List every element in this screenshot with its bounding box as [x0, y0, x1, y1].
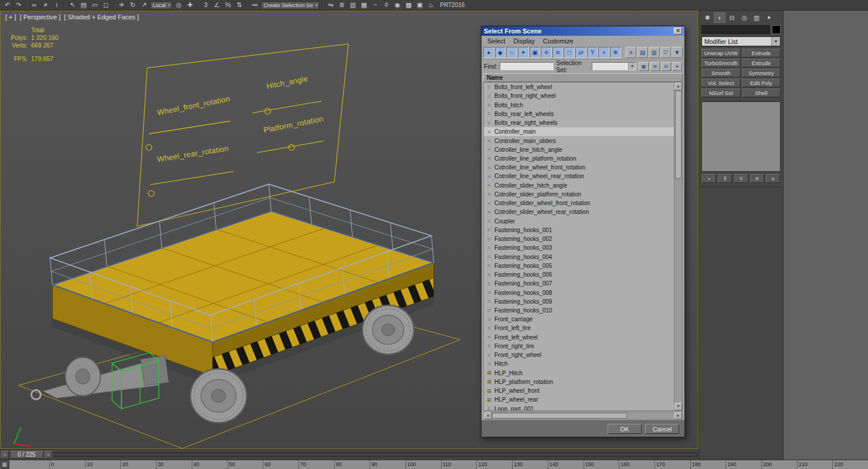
- time-slider-track[interactable]: [55, 452, 697, 457]
- display-containers-icon[interactable]: ⌖: [598, 47, 609, 58]
- list-item[interactable]: ○Hitch: [484, 359, 674, 368]
- remove-modifier-icon[interactable]: ✕: [750, 174, 764, 183]
- slider-knob[interactable]: [148, 191, 154, 196]
- select-object-icon[interactable]: ↖: [67, 1, 77, 9]
- list-item[interactable]: ○Front_right_wheel: [484, 351, 674, 359]
- modifier-button[interactable]: Symmetry: [742, 69, 781, 77]
- display-xrefs-icon[interactable]: ⇄: [575, 47, 586, 58]
- modifier-button[interactable]: Unwrap UVW: [701, 49, 741, 57]
- percent-snap-icon[interactable]: %: [223, 1, 233, 9]
- scroll-right-icon[interactable]: ►: [674, 412, 682, 419]
- menu-customize[interactable]: Customize: [539, 37, 578, 45]
- list-item[interactable]: ○Fastening_hooks_004: [484, 252, 674, 261]
- filter-icon[interactable]: ▽: [660, 47, 672, 58]
- menu-display[interactable]: Display: [510, 37, 539, 45]
- list-item[interactable]: ○Fastening_hooks_001: [484, 226, 674, 235]
- list-item[interactable]: ○Front_carriage: [484, 315, 674, 324]
- list-item[interactable]: ○Fastening_hooks_005: [484, 261, 674, 270]
- modifier-list-dropdown[interactable]: Modifier List ▼: [701, 36, 781, 46]
- display-tab[interactable]: ▥: [751, 12, 762, 23]
- modifier-button[interactable]: Vol. Select: [701, 79, 741, 87]
- display-bones-icon[interactable]: Y: [587, 47, 598, 58]
- horizontal-scrollbar[interactable]: ◄ ►: [483, 412, 683, 420]
- select-and-move-icon[interactable]: ✛: [117, 1, 127, 9]
- list-item[interactable]: ⊞HLP_Hitch: [484, 369, 674, 378]
- ribbon-icon[interactable]: ▦: [359, 1, 369, 9]
- object-name-field[interactable]: [701, 25, 770, 34]
- unlink-icon[interactable]: ≠: [40, 1, 50, 9]
- scroll-up-icon[interactable]: ▲: [674, 83, 682, 90]
- list-item[interactable]: ○Fastening_hooks_008: [484, 288, 674, 297]
- snap-toggle-icon[interactable]: 3: [201, 1, 211, 9]
- modifier-button[interactable]: Smooth: [701, 69, 741, 77]
- make-unique-icon[interactable]: Y: [734, 174, 748, 183]
- list-item[interactable]: ○Front_right_tire: [484, 342, 674, 351]
- crossing-selection-icon[interactable]: ◻: [101, 1, 111, 9]
- modifier-button[interactable]: Shell: [742, 89, 781, 97]
- list-item[interactable]: ≈Controller_main_sliders: [484, 136, 674, 145]
- list-item[interactable]: ≈Cotroller_line_platform_rotation: [484, 154, 674, 163]
- create-tab[interactable]: ✱: [701, 12, 713, 23]
- list-item[interactable]: ○Fastening_hooks_010: [484, 306, 674, 315]
- viewport-menu-shading[interactable]: [ Shaded + Edged Faces ]: [64, 13, 139, 21]
- edit-sets-icon[interactable]: ▦: [639, 62, 649, 71]
- name-column-header[interactable]: Name: [483, 73, 683, 82]
- named-selection-set-dropdown[interactable]: Create Selection Se▾: [261, 1, 320, 9]
- slider-knob[interactable]: [289, 144, 294, 150]
- list-item[interactable]: ≈Cotroller_line_wheel_rear_rotation: [484, 172, 674, 181]
- list-item[interactable]: ○Fastening_hooks_007: [484, 279, 674, 288]
- scroll-down-icon[interactable]: ▼: [674, 403, 682, 410]
- list-item[interactable]: ○Bolts_rear_right_wheels: [484, 118, 674, 127]
- cancel-button[interactable]: Cancel: [645, 424, 679, 434]
- list-item[interactable]: ○Coupler: [484, 217, 674, 226]
- list-item[interactable]: ○Fastening_hooks_003: [484, 243, 674, 252]
- list-item[interactable]: ○Fastening_hooks_006: [484, 270, 674, 279]
- modifier-button[interactable]: Edit Poly: [742, 79, 781, 87]
- selection-set-dropdown[interactable]: ▼: [592, 62, 636, 70]
- add-set-icon[interactable]: ⊞: [650, 62, 660, 71]
- column-chooser-icon[interactable]: ▥: [649, 47, 660, 58]
- list-item[interactable]: ≈Cotroller_slider_wheel_rear_rotation: [484, 208, 674, 216]
- modify-tab[interactable]: ◗: [714, 12, 725, 23]
- hierarchy-tab[interactable]: ⊟: [726, 12, 738, 23]
- previous-frame-button[interactable]: <: [1, 451, 9, 458]
- list-item[interactable]: ≈Cotroller_slider_platform_rotation: [484, 190, 674, 199]
- list-item[interactable]: ≈Cotroller_slider_wheel_front_rotation: [484, 199, 674, 208]
- render-production-icon[interactable]: ♨: [426, 1, 436, 9]
- render-setup-icon[interactable]: ▩: [404, 1, 413, 9]
- rectangular-selection-icon[interactable]: ▭: [90, 1, 100, 9]
- rendered-frame-window-icon[interactable]: ▣: [415, 1, 425, 9]
- next-frame-button[interactable]: >: [45, 451, 52, 458]
- list-item[interactable]: ○Loop_part_001: [484, 404, 674, 410]
- viewport-menu-view[interactable]: [ Perspective ]: [20, 13, 61, 21]
- list-item[interactable]: ○Bolts_front_right_wheel: [484, 91, 674, 100]
- dialog-title-bar[interactable]: Select From Scene ✕: [482, 26, 684, 36]
- list-item[interactable]: ○Fastening_hooks_009: [484, 297, 674, 306]
- list-item[interactable]: ⊞HLP_platform_rotation: [484, 378, 674, 386]
- use-pivot-center-icon[interactable]: ◎: [174, 1, 184, 9]
- slider-knob[interactable]: [146, 144, 152, 150]
- undo-icon[interactable]: ↶: [2, 1, 12, 9]
- list-item[interactable]: ≈Cotroller_line_hitch_angle: [484, 145, 674, 154]
- list-item[interactable]: ○Bolts_hitch: [484, 100, 674, 109]
- configure-modifier-sets-icon[interactable]: ≡: [766, 174, 780, 183]
- scrollbar-thumb[interactable]: [492, 413, 627, 419]
- viewport-menu-plus[interactable]: [ + ]: [5, 13, 16, 21]
- current-frame-indicator[interactable]: 0 / 225: [10, 451, 43, 458]
- display-helpers-icon[interactable]: ✛: [541, 47, 552, 58]
- redo-icon[interactable]: ↷: [13, 1, 23, 9]
- select-and-scale-icon[interactable]: ↗: [139, 1, 149, 9]
- angle-snap-icon[interactable]: ∠: [212, 1, 222, 9]
- list-item[interactable]: ○Bolts_front_left_wheel: [484, 83, 674, 91]
- list-item[interactable]: ○Front_left_tire: [484, 324, 674, 332]
- edit-named-selections-icon[interactable]: ≔: [250, 1, 260, 9]
- modifier-button[interactable]: TurboSmooth: [701, 59, 741, 67]
- modifier-button[interactable]: Extrude: [742, 49, 781, 57]
- detail-view-icon[interactable]: ▤: [637, 47, 648, 58]
- scroll-left-icon[interactable]: ◄: [484, 412, 491, 419]
- select-by-name-icon[interactable]: ▤: [79, 1, 89, 9]
- object-color-swatch[interactable]: [772, 25, 781, 34]
- list-item[interactable]: ⊞HLP_wheel_front: [484, 386, 674, 395]
- track-bar[interactable]: ▦ 01020304050607080901001101201301401501…: [0, 460, 868, 469]
- close-icon[interactable]: ✕: [674, 28, 682, 35]
